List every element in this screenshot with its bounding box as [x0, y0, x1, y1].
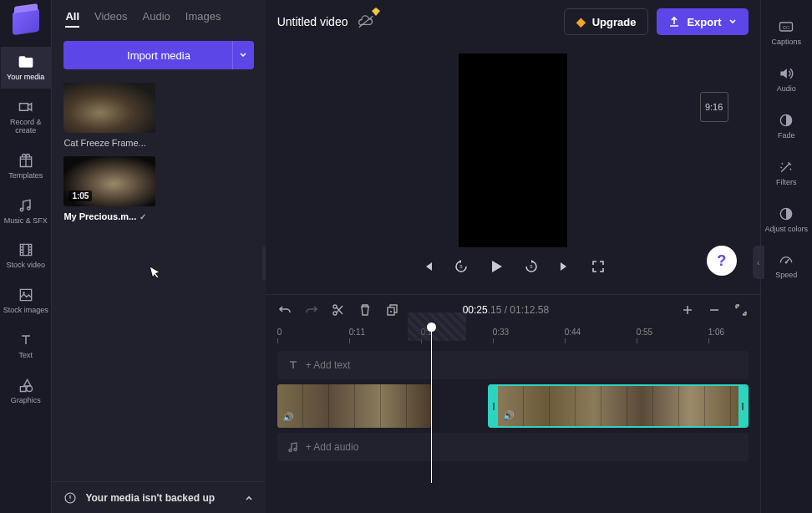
media-item[interactable]: Cat Freeze Frame... [63, 83, 155, 148]
rail-speed[interactable]: Speed [761, 245, 811, 287]
camera-icon [18, 99, 34, 115]
chevron-up-icon [244, 493, 254, 503]
rail-filters[interactable]: Filters [761, 152, 811, 194]
timeline-clip-selected[interactable]: My Precious.mp4 || 🔊 || [488, 384, 749, 428]
timecode-display: 00:25.15 / 01:12.58 [463, 304, 549, 316]
import-caret-icon[interactable] [232, 41, 254, 69]
nav-record-create[interactable]: Record & create [1, 92, 51, 142]
clip-handle-right[interactable]: || [738, 386, 747, 426]
nav-stock-images[interactable]: Stock images [1, 280, 51, 322]
play-button[interactable] [485, 256, 507, 277]
media-item-name: Cat Freeze Frame... [63, 138, 155, 148]
tab-images[interactable]: Images [185, 10, 221, 28]
video-track: 🔊 My Precious.mp4 || 🔊 || [277, 384, 749, 428]
nav-text[interactable]: Text [1, 325, 51, 367]
captions-icon: CC [778, 18, 794, 35]
media-grid: Cat Freeze Frame... 1:05 My Precious.m..… [52, 76, 265, 228]
cursor-icon [149, 262, 164, 280]
tab-all[interactable]: All [65, 10, 79, 28]
right-rail-collapse-handle[interactable]: ‹ [753, 246, 764, 279]
text-track[interactable]: + Add text [277, 351, 749, 379]
right-rail: ‹ CC Captions Audio Fade Filters Adjust … [760, 0, 812, 513]
svg-point-0 [23, 292, 25, 295]
chevron-down-icon [728, 18, 737, 26]
app-logo[interactable] [13, 8, 39, 35]
cloud-sync-icon[interactable] [358, 15, 374, 28]
speaker-icon [778, 65, 794, 82]
upload-icon [668, 16, 680, 28]
svg-point-12 [785, 262, 788, 265]
film-icon [18, 241, 34, 258]
text-track-icon [287, 359, 299, 371]
speaker-icon: 🔊 [503, 410, 515, 421]
aspect-ratio-badge[interactable]: 9:16 [700, 92, 728, 122]
zoom-fit-button[interactable] [733, 302, 749, 317]
nav-graphics[interactable]: Graphics [1, 370, 51, 412]
delete-button[interactable] [358, 302, 373, 317]
help-button[interactable]: ? [707, 246, 737, 276]
folder-icon [18, 53, 34, 70]
timeline-clip[interactable]: 🔊 [277, 384, 431, 428]
tracks-area: + Add text 🔊 My Precious.mp4 || 🔊 || [266, 346, 760, 471]
tab-videos[interactable]: Videos [94, 10, 128, 28]
preview-canvas[interactable] [459, 53, 567, 247]
preview-area: 9:16 ? 5 5 [266, 43, 760, 294]
transport-controls: 5 5 [419, 256, 607, 277]
gift-icon [18, 152, 34, 169]
upgrade-button[interactable]: ◆ Upgrade [564, 8, 649, 35]
rail-captions[interactable]: CC Captions [761, 12, 811, 53]
fade-icon [778, 112, 794, 129]
zoom-in-button[interactable] [680, 302, 695, 317]
magic-wand-icon [778, 159, 794, 175]
alert-icon [63, 491, 77, 505]
svg-point-6 [333, 312, 337, 315]
rail-audio[interactable]: Audio [761, 58, 811, 100]
nav-stock-video[interactable]: Stock video [1, 235, 51, 277]
contrast-icon [778, 206, 794, 222]
playhead[interactable] [431, 324, 432, 483]
rewind-button[interactable]: 5 [452, 257, 470, 276]
svg-text:CC: CC [783, 25, 789, 30]
skip-start-button[interactable] [419, 257, 437, 276]
rail-adjust-colors[interactable]: Adjust colors [761, 199, 811, 241]
gauge-icon [778, 251, 794, 268]
zoom-out-button[interactable] [707, 302, 722, 317]
undo-button[interactable] [277, 302, 292, 317]
nav-rail: Your media Record & create Templates Mus… [0, 0, 52, 513]
export-button[interactable]: Export [657, 8, 748, 35]
svg-point-5 [333, 305, 337, 308]
forward-button[interactable]: 5 [522, 257, 540, 276]
duplicate-button[interactable] [384, 302, 399, 317]
nav-templates[interactable]: Templates [1, 145, 51, 187]
rail-fade[interactable]: Fade [761, 105, 811, 147]
clip-handle-left[interactable]: || [490, 386, 498, 426]
import-media-button[interactable]: Import media [63, 41, 253, 69]
shapes-icon [18, 377, 34, 394]
audio-track[interactable]: + Add audio [277, 433, 749, 461]
project-title[interactable]: Untitled video [277, 15, 348, 28]
nav-music-sfx[interactable]: Music & SFX [1, 190, 51, 232]
speaker-icon: 🔊 [282, 412, 294, 423]
backup-status-bar[interactable]: Your media isn't backed up [52, 481, 265, 513]
nav-your-media[interactable]: Your media [1, 47, 51, 89]
svg-point-1 [27, 386, 33, 392]
diamond-icon: ◆ [576, 15, 586, 28]
check-icon: ✓ [140, 212, 146, 221]
media-panel: All Videos Audio Images Import media Cat… [52, 0, 265, 513]
media-duration: 1:05 [69, 190, 92, 201]
media-tabs: All Videos Audio Images [52, 0, 265, 34]
timeline-ruler[interactable]: 0 0:11 0:2 0:33 0:44 0:55 1:06 [266, 324, 760, 346]
fullscreen-button[interactable] [589, 257, 607, 276]
freeze-frame-zone [408, 312, 466, 341]
split-button[interactable] [331, 302, 346, 317]
media-item[interactable]: 1:05 My Precious.m...✓ [63, 156, 155, 221]
svg-text:5: 5 [530, 264, 533, 269]
redo-button[interactable] [304, 302, 319, 317]
tab-audio[interactable]: Audio [143, 10, 170, 28]
topbar: Untitled video ◆ Upgrade Export [266, 0, 760, 43]
music-icon [18, 197, 34, 214]
media-item-name: My Precious.m...✓ [63, 211, 155, 221]
skip-end-button[interactable] [556, 257, 574, 276]
main-area: Untitled video ◆ Upgrade Export [266, 0, 760, 513]
audio-track-icon [287, 441, 299, 453]
